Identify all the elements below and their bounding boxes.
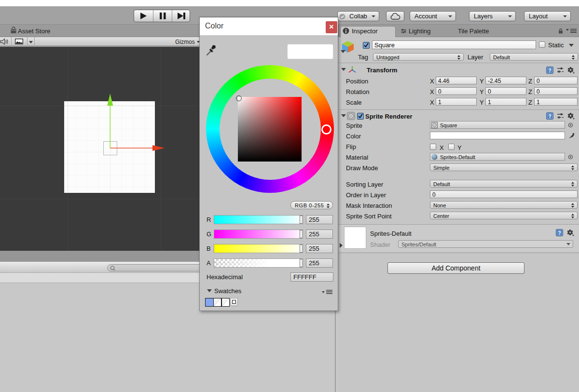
svg-text:?: ? [548,68,551,73]
svg-text:?: ? [548,114,551,119]
svg-text:?: ? [558,230,561,236]
